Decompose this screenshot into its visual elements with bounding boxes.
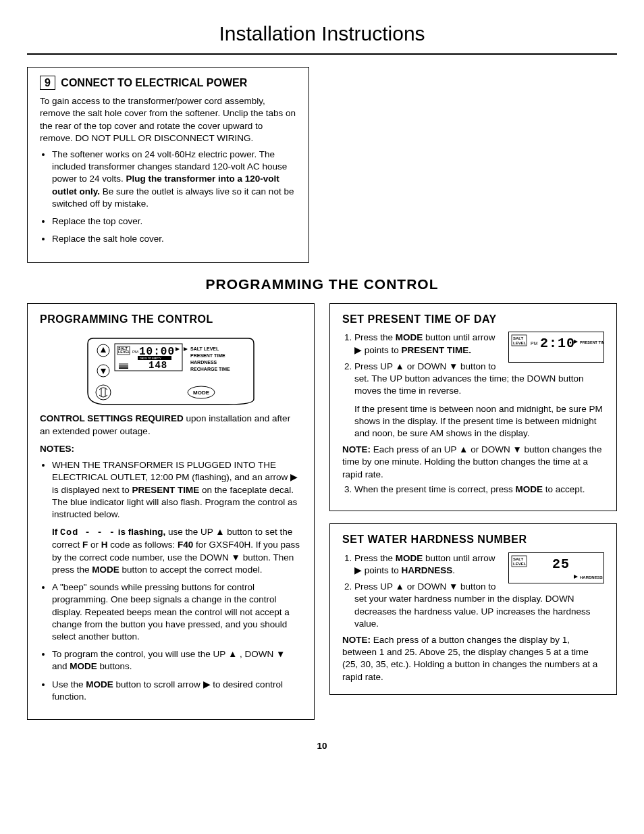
- prog-notes: WHEN THE TRANSFORMER IS PLUGGED INTO THE…: [40, 459, 302, 703]
- diagram-mode-button: MODE: [193, 390, 210, 396]
- time-display: SALT LEVEL PM 2:10 PRESENT TIME: [508, 332, 604, 363]
- diagram-value: 148: [149, 360, 167, 371]
- step9-bullet-power: The softener works on 24 volt-60Hz elect…: [52, 149, 296, 210]
- programming-control-box: PROGRAMMING THE CONTROL: [27, 303, 315, 720]
- set-time-steps-cont: When the present time is correct, press …: [342, 484, 604, 496]
- step9-title: CONNECT TO ELECTRICAL POWER: [61, 77, 247, 88]
- control-settings-required: CONTROL SETTINGS REQUIRED upon installat…: [40, 413, 302, 437]
- svg-text:SALT: SALT: [513, 336, 524, 340]
- title-rule: [27, 53, 617, 55]
- svg-text:LEVEL: LEVEL: [513, 562, 527, 566]
- set-time-step3: When the present time is correct, press …: [354, 484, 604, 496]
- svg-marker-14: [184, 347, 188, 351]
- set-time-box: SET PRESENT TIME OF DAY SALT LEVEL PM 2:…: [329, 303, 617, 511]
- step9-box: 9 CONNECT TO ELECTRICAL POWER To gain ac…: [27, 67, 309, 263]
- svg-text:PM: PM: [531, 341, 538, 346]
- step9-bullet-topcover: Replace the top cover.: [52, 215, 296, 228]
- step-number: 9: [40, 76, 55, 90]
- set-hardness-note: NOTE: Each press of a button changes the…: [342, 634, 604, 683]
- programming-section-title: PROGRAMMING THE CONTROL: [27, 275, 617, 294]
- set-time-header: SET PRESENT TIME OF DAY: [342, 312, 604, 327]
- diagram-label-hardness: HARDNESS: [190, 360, 217, 365]
- programming-header: PROGRAMMING THE CONTROL: [40, 312, 302, 327]
- svg-text:SALT: SALT: [513, 557, 524, 561]
- set-hardness-step2: Press UP ▲ or DOWN ▼ button to set your …: [354, 581, 604, 630]
- display-time-label: PRESENT TIME: [580, 340, 603, 344]
- control-diagram: SALT LEVEL PM 10:00 DAYS TO EMPTY 148 SA…: [86, 332, 255, 406]
- step9-intro: To gain access to the transformer/power …: [40, 95, 296, 145]
- note-beep: A "beep" sounds while pressing buttons f…: [52, 581, 302, 643]
- hardness-display: SALT LEVEL 25 HARDNESS: [508, 552, 604, 583]
- notes-label: NOTES:: [40, 443, 302, 455]
- display-hardness-value: 25: [552, 556, 570, 572]
- set-hardness-box: SET WATER HARDNESS NUMBER SALT LEVEL 25 …: [329, 523, 617, 695]
- diagram-level-label: LEVEL: [118, 350, 130, 354]
- set-time-note: NOTE: Each press of an UP ▲ or DOWN ▼ bu…: [342, 444, 604, 481]
- set-hardness-header: SET WATER HARDNESS NUMBER: [342, 532, 604, 547]
- step9-bullet-saltcover: Replace the salt hole cover.: [52, 233, 296, 245]
- diagram-label-presenttime: PRESENT TIME: [190, 353, 225, 358]
- diagram-pm: PM: [132, 350, 138, 354]
- svg-marker-3: [101, 369, 106, 374]
- svg-marker-1: [101, 347, 106, 353]
- display-hardness-label: HARDNESS: [580, 575, 603, 579]
- diagram-label-recharge: RECHARGE TIME: [190, 367, 230, 371]
- svg-text:LEVEL: LEVEL: [513, 341, 527, 345]
- page-number: 10: [27, 740, 617, 752]
- step9-header: 9 CONNECT TO ELECTRICAL POWER: [40, 76, 296, 90]
- note-transformer: WHEN THE TRANSFORMER IS PLUGGED INTO THE…: [52, 459, 302, 576]
- note-buttons: To program the control, you will use the…: [52, 648, 302, 673]
- step9-bullets: The softener works on 24 volt-60Hz elect…: [40, 149, 296, 246]
- diagram-label-saltlevel: SALT LEVEL: [190, 346, 219, 351]
- svg-marker-13: [176, 347, 180, 351]
- page-title: Installation Instructions: [27, 20, 617, 48]
- svg-marker-20: [574, 340, 578, 344]
- display-time-value: 2:10: [540, 336, 575, 351]
- svg-point-4: [96, 385, 111, 400]
- svg-marker-24: [574, 575, 578, 579]
- note-mode-scroll: Use the MODE button to scroll arrow ▶ to…: [52, 679, 302, 703]
- set-time-step2: Press UP ▲ or DOWN ▼ button to set. The …: [354, 361, 604, 440]
